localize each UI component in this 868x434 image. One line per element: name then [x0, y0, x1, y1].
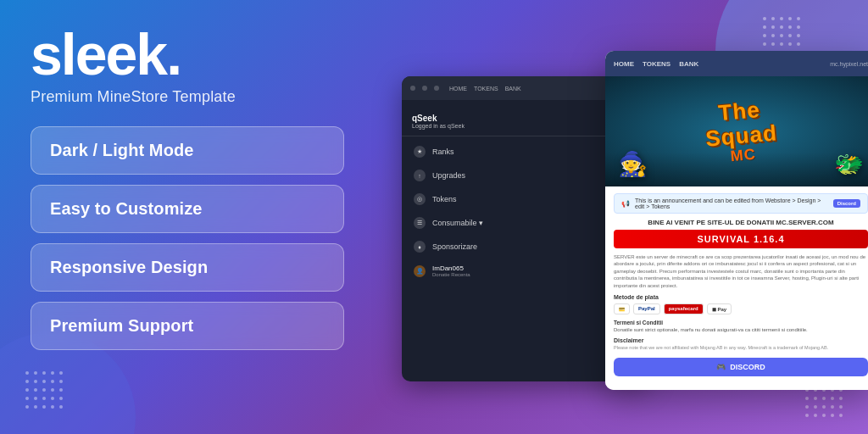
user2-icon: 👤: [414, 265, 426, 277]
left-panel: sleek. Premium MineStore Template Dark /…: [31, 25, 387, 360]
body-text: SERVER este un server de minecraft ce ar…: [614, 253, 868, 289]
feature-support: Premium Support: [31, 302, 344, 350]
dark-user-sub: Logged in as qSeek: [412, 123, 637, 129]
nav-dot-3: [434, 86, 439, 91]
ranks-icon: ★: [414, 146, 426, 158]
survival-banner: SURVIVAL 1.16.4: [614, 230, 868, 248]
payment-methods: 💳 PayPal paysafecard ◼ Pay: [614, 303, 868, 314]
payment-title: Metode de plata: [614, 294, 868, 300]
payment-gpay: ◼ Pay: [707, 303, 732, 314]
dark-user2-name: ImDan065: [432, 264, 470, 272]
discord-button[interactable]: 🎮 DISCORD: [614, 358, 868, 376]
character-left: 🧙: [618, 150, 648, 178]
payment-paypal: PayPal: [633, 303, 660, 314]
welcome-heading: BINE AI VENIT PE SITE-UL DE DONATII MC.S…: [614, 219, 868, 226]
light-nav-bank: BANK: [679, 60, 698, 68]
dark-username: qSeek: [412, 114, 637, 123]
terms-title: Termeni si Conditii: [614, 320, 868, 326]
right-panel: HOME TOKENS BANK qSeek Logged in as qSee…: [402, 51, 868, 407]
page-background: sleek. Premium MineStore Template Dark /…: [0, 0, 868, 434]
logo: sleek.: [31, 25, 387, 83]
game-title: TheSquadMC: [703, 96, 780, 167]
payment-paysafe: paysafecard: [664, 303, 704, 314]
dark-nav-home: HOME: [449, 86, 467, 92]
payment-visa: 💳: [614, 303, 630, 314]
dark-nav-tokens: TOKENS: [474, 86, 498, 92]
dots-bottom-left: [25, 371, 63, 409]
feature-dark-light: Dark / Light Mode: [31, 126, 344, 175]
light-nav-home: HOME: [614, 60, 634, 68]
hero-section: TheSquadMC 🧙 🐲: [605, 76, 868, 186]
sponsorizare-icon: ♦: [414, 241, 426, 253]
feature-customize: Easy to Customize: [31, 185, 344, 233]
server-address: mc.hypixel.net: [830, 61, 868, 67]
dark-user2-sub: Donatie Recenta: [432, 272, 470, 277]
light-nav: HOME TOKENS BANK mc.hypixel.net: [605, 51, 868, 76]
nav-dot-2: [422, 86, 427, 91]
dots-top-right: [763, 17, 800, 54]
announcement-discord: Discord: [833, 199, 860, 208]
disclaimer-text: Please note that we are not affiliated w…: [614, 345, 868, 351]
screenshot-light: HOME TOKENS BANK mc.hypixel.net TheSquad…: [605, 51, 868, 390]
announcement-bar: 📢 This is an announcement and can be edi…: [614, 193, 868, 214]
disclaimer-title: Disclaimer: [614, 337, 868, 343]
light-nav-tokens: TOKENS: [643, 60, 670, 68]
feature-responsive: Responsive Design: [31, 243, 344, 292]
announcement-text: This is an announcement and can be edite…: [635, 198, 828, 209]
terms-detail: Donatile sunt strict optionale, marfa nu…: [614, 327, 868, 334]
character-right: 🐲: [834, 150, 864, 178]
dark-nav-bank: BANK: [505, 86, 521, 92]
front-content: 📢 This is an announcement and can be edi…: [605, 186, 868, 390]
subtitle: Premium MineStore Template: [31, 88, 387, 106]
consumabile-icon: ☰: [414, 217, 426, 229]
discord-icon: 🎮: [716, 363, 726, 371]
nav-dot-1: [410, 86, 415, 91]
tokens-icon: ◎: [414, 193, 426, 205]
discord-button-label: DISCORD: [730, 363, 765, 371]
upgrades-icon: ↑: [414, 170, 426, 181]
